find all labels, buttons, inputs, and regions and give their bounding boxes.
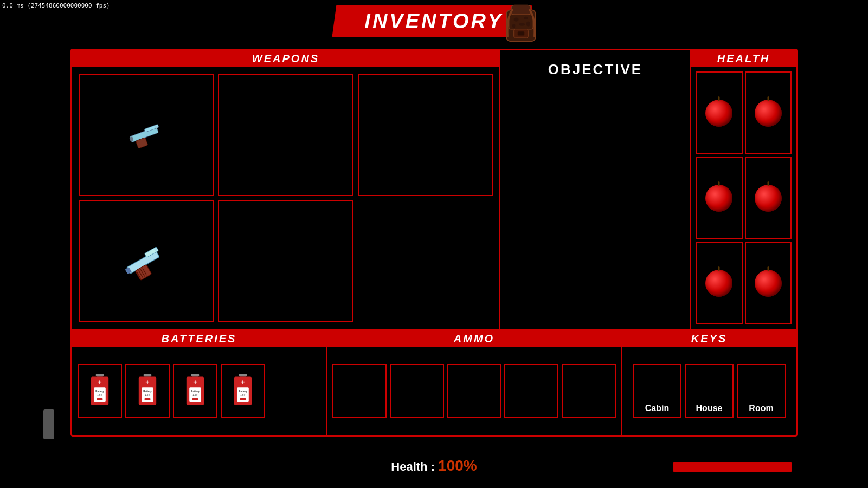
health-grid — [691, 67, 796, 329]
svg-text:+: + — [241, 379, 245, 386]
health-slot-3 — [696, 157, 743, 239]
key-slot-room[interactable]: Room — [737, 364, 786, 418]
weapon-pistol-top — [122, 119, 171, 151]
health-slot-2 — [745, 71, 792, 154]
svg-rect-37 — [145, 398, 151, 400]
svg-rect-31 — [144, 374, 151, 376]
weapon-slot-1[interactable] — [79, 74, 214, 196]
bottom-right-bar — [673, 462, 792, 472]
health-label: Health : 100% — [391, 460, 477, 473]
key-label-cabin: Cabin — [645, 404, 669, 413]
battery-slot-1[interactable]: + Battery 1.5V — [78, 364, 122, 418]
key-slot-cabin[interactable]: Cabin — [633, 364, 681, 418]
svg-text:+: + — [145, 379, 149, 386]
apple-1 — [705, 100, 732, 127]
svg-point-5 — [513, 18, 518, 22]
batteries-header: BATTERIES — [72, 330, 326, 347]
key-slot-house[interactable]: House — [685, 364, 734, 418]
weapons-header: WEAPONS — [72, 50, 499, 67]
svg-text:+: + — [98, 379, 101, 386]
health-slot-4 — [745, 157, 792, 239]
ammo-slot-5[interactable] — [562, 364, 616, 418]
svg-rect-30 — [97, 398, 103, 400]
svg-text:1.5V: 1.5V — [145, 394, 150, 396]
apple-4 — [755, 185, 782, 212]
battery-slot-2[interactable]: + Battery 1.5V — [125, 364, 170, 418]
weapon-slot-2[interactable] — [218, 74, 353, 196]
weapon-slot-3[interactable] — [358, 74, 493, 196]
svg-point-8 — [512, 24, 515, 28]
ammo-section: AMMO — [327, 330, 622, 435]
svg-point-9 — [526, 22, 530, 27]
svg-rect-51 — [240, 398, 246, 400]
svg-rect-45 — [239, 374, 247, 376]
weapon-pistol-bottom — [119, 241, 173, 282]
svg-text:1.5V: 1.5V — [240, 394, 245, 396]
ammo-slot-4[interactable] — [504, 364, 558, 418]
inventory-panel: WEAPONS — [70, 49, 798, 437]
svg-point-6 — [524, 17, 528, 19]
apple-5 — [705, 270, 732, 297]
svg-point-7 — [519, 23, 525, 25]
svg-rect-4 — [517, 31, 524, 35]
svg-text:Battery: Battery — [191, 390, 200, 393]
svg-text:1.5V: 1.5V — [192, 394, 197, 396]
ammo-items — [327, 347, 621, 434]
weapon-slot-4[interactable] — [79, 200, 214, 323]
bottom-row: BATTERIES + Battery 1.5V — [72, 329, 796, 435]
battery-icon-3: + Battery 1.5V — [185, 373, 205, 408]
health-slot-5 — [696, 242, 743, 324]
left-side-element — [43, 409, 54, 439]
health-label-text: Health : — [391, 460, 435, 473]
battery-slot-4[interactable]: + Battery 1.5V — [221, 364, 265, 418]
ammo-slot-2[interactable] — [390, 364, 444, 418]
health-value: 100% — [438, 457, 477, 474]
svg-text:+: + — [193, 379, 197, 386]
title-text: INVENTORY — [364, 10, 503, 32]
keys-section: KEYS Cabin House Room — [622, 330, 796, 435]
apple-3 — [705, 185, 732, 212]
keys-header: KEYS — [622, 330, 796, 347]
key-label-room: Room — [749, 404, 773, 413]
ammo-slot-1[interactable] — [332, 364, 387, 418]
backpack-icon — [499, 3, 543, 46]
weapons-grid — [72, 67, 499, 329]
svg-text:1.5V: 1.5V — [97, 394, 102, 396]
svg-text:Battery: Battery — [239, 390, 247, 393]
health-section: HEALTH — [690, 50, 796, 329]
objective-label: OBJECTIVE — [500, 50, 690, 78]
svg-rect-44 — [192, 398, 198, 400]
svg-rect-24 — [96, 374, 104, 376]
weapons-section: WEAPONS — [72, 50, 500, 329]
ammo-header: AMMO — [327, 330, 621, 347]
health-slot-6 — [745, 242, 792, 324]
battery-icon-1: + Battery 1.5V — [90, 373, 110, 408]
keys-items: Cabin House Room — [622, 347, 796, 434]
batteries-items: + Battery 1.5V + Battery 1.5V — [72, 347, 326, 434]
ammo-slot-3[interactable] — [447, 364, 501, 418]
battery-slot-3[interactable]: + Battery 1.5V — [173, 364, 217, 418]
health-header: HEALTH — [691, 50, 796, 67]
battery-icon-2: + Battery 1.5V — [138, 373, 157, 408]
debug-info: 0.0 ms (27454860000000000 fps) — [2, 2, 110, 9]
svg-text:Battery: Battery — [95, 390, 104, 393]
health-bar-area: Health : 100% — [391, 457, 477, 474]
batteries-section: BATTERIES + Battery 1.5V — [72, 330, 327, 435]
svg-text:Battery: Battery — [143, 390, 152, 393]
battery-icon-4: + Battery 1.5V — [233, 373, 253, 408]
objective-section: OBJECTIVE — [500, 50, 690, 329]
svg-rect-38 — [191, 374, 199, 376]
weapon-slot-5[interactable] — [218, 200, 353, 323]
fps-counter: 0.0 ms (27454860000000000 fps) — [2, 2, 110, 9]
svg-rect-1 — [511, 5, 531, 15]
apple-6 — [755, 270, 782, 297]
apple-2 — [755, 100, 782, 127]
health-slot-1 — [696, 71, 743, 154]
key-label-house: House — [696, 404, 723, 413]
